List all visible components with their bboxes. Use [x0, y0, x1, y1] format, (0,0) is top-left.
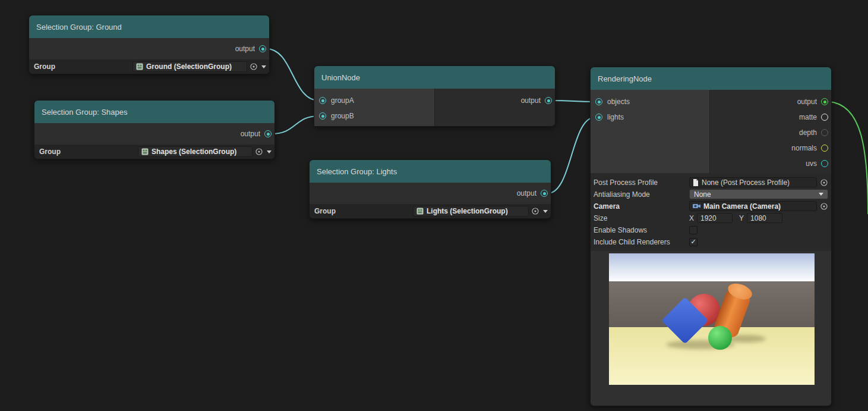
- camera-value: Main Camera (Camera): [703, 202, 781, 211]
- dropdown-caret-icon: [819, 193, 823, 196]
- antialiasing-mode-value: None: [694, 190, 711, 199]
- post-process-profile-field[interactable]: None (Post Process Profile): [689, 177, 817, 187]
- group-property-row: Group Ground (SelectionGroup): [29, 59, 269, 74]
- include-child-renderers-row: Include Child Renderers: [594, 236, 828, 247]
- node-title[interactable]: Selection Group: Lights: [310, 160, 551, 183]
- output-port-row: output: [29, 38, 269, 59]
- node-selection-group-lights[interactable]: Selection Group: Lights output Group Lig…: [309, 159, 551, 219]
- node-title[interactable]: UnionNode: [314, 66, 555, 89]
- output-port[interactable]: [541, 190, 548, 197]
- port-row-objects: objects: [591, 94, 709, 109]
- input-port-label: objects: [607, 98, 630, 106]
- group-value: Ground (SelectionGroup): [146, 62, 232, 71]
- group-label: Group: [314, 207, 411, 215]
- output-port-depth[interactable]: [821, 129, 828, 136]
- camera-icon: [693, 203, 700, 209]
- node-selection-group-ground[interactable]: Selection Group: Ground output Group Gro…: [29, 15, 270, 74]
- edge-union-to-rendering-objects[interactable]: [552, 101, 595, 102]
- post-process-profile-label: Post Process Profile: [594, 178, 689, 187]
- camera-row: Camera Main Camera (Camera): [594, 200, 828, 212]
- output-port-row: output: [34, 123, 274, 145]
- dropdown-caret-icon[interactable]: [261, 65, 266, 68]
- dropdown-caret-icon[interactable]: [267, 150, 272, 153]
- output-port-normals[interactable]: [821, 145, 828, 152]
- node-title[interactable]: RenderingNode: [591, 67, 831, 90]
- input-port-groupB[interactable]: [319, 112, 326, 120]
- object-picker-icon[interactable]: [250, 62, 258, 71]
- input-port-groupA[interactable]: [319, 97, 326, 104]
- object-picker-icon[interactable]: [820, 202, 828, 211]
- size-row: Size X Y: [594, 212, 828, 224]
- camera-label: Camera: [594, 202, 689, 211]
- antialiasing-mode-dropdown[interactable]: None: [689, 189, 828, 199]
- size-label: Size: [594, 214, 689, 222]
- port-row-groupB: groupB: [314, 108, 434, 124]
- output-port[interactable]: [264, 130, 272, 137]
- input-port-objects[interactable]: [595, 98, 602, 105]
- camera-object-field[interactable]: Main Camera (Camera): [689, 201, 817, 211]
- node-title[interactable]: Selection Group: Shapes: [34, 101, 274, 123]
- camera-preview-panel: [591, 251, 831, 406]
- selection-group-icon: [416, 208, 424, 215]
- edge-shapes-to-union-groupB[interactable]: [272, 116, 319, 134]
- port-row-depth: depth: [710, 125, 831, 140]
- output-port-container: output matte depth normals uvs: [710, 90, 831, 173]
- edge-lights-to-rendering-lights[interactable]: [548, 117, 595, 193]
- object-picker-icon[interactable]: [820, 178, 828, 187]
- group-object-field[interactable]: Lights (SelectionGroup): [413, 206, 529, 217]
- preview-green-sphere: [708, 326, 732, 350]
- node-title[interactable]: Selection Group: Ground: [29, 15, 269, 38]
- enable-shadows-checkbox[interactable]: [689, 226, 697, 234]
- node-unionnode[interactable]: UnionNode groupA groupB output: [314, 65, 555, 127]
- output-port-label: output: [521, 96, 541, 105]
- output-port-label: output: [235, 45, 255, 53]
- output-port[interactable]: [545, 97, 552, 104]
- input-port-lights[interactable]: [595, 114, 602, 121]
- group-label: Group: [39, 148, 135, 156]
- node-selection-group-shapes[interactable]: Selection Group: Shapes output Group Sha…: [34, 100, 275, 159]
- post-process-profile-value: None (Post Process Profile): [702, 178, 790, 187]
- preview-sky: [609, 253, 815, 281]
- input-port-container: objects lights: [591, 90, 710, 173]
- group-object-field[interactable]: Shapes (SelectionGroup): [138, 146, 252, 157]
- size-y-label: Y: [739, 214, 744, 222]
- group-property-row: Group Shapes (SelectionGroup): [34, 145, 274, 159]
- size-x-input[interactable]: [697, 213, 733, 223]
- group-object-field[interactable]: Ground (SelectionGroup): [132, 61, 247, 72]
- edge-ground-to-union-groupA[interactable]: [266, 49, 319, 101]
- include-child-renderers-checkbox[interactable]: [689, 238, 697, 246]
- enable-shadows-label: Enable Shadows: [594, 226, 689, 234]
- size-y-input[interactable]: [747, 213, 782, 223]
- post-process-profile-row: Post Process Profile None (Post Process …: [594, 177, 828, 188]
- graph-canvas[interactable]: Selection Group: Ground output Group Gro…: [0, 0, 868, 411]
- input-port-label: groupB: [331, 112, 354, 120]
- port-row-output: output: [435, 93, 555, 108]
- node-renderingnode[interactable]: RenderingNode objects lights output m: [590, 67, 832, 406]
- profile-file-icon: [693, 179, 699, 186]
- output-port[interactable]: [259, 45, 266, 52]
- edge-rendering-output[interactable]: [828, 102, 868, 214]
- camera-preview-image: [609, 253, 815, 385]
- output-port-label: uvs: [806, 159, 817, 168]
- output-port-label: output: [517, 189, 536, 197]
- output-port-label: depth: [799, 128, 817, 137]
- selection-group-icon: [141, 148, 149, 155]
- input-port-label: lights: [607, 113, 624, 121]
- input-port-label: groupA: [331, 96, 354, 105]
- node-properties: Post Process Profile None (Post Process …: [591, 173, 831, 251]
- object-picker-icon[interactable]: [531, 207, 539, 215]
- output-port-output[interactable]: [821, 98, 828, 105]
- output-port-uvs[interactable]: [821, 160, 828, 167]
- port-row-output: output: [710, 94, 831, 109]
- antialiasing-mode-row: Antialiasing Mode None: [594, 189, 828, 200]
- object-picker-icon[interactable]: [255, 148, 263, 156]
- output-port-label: output: [241, 130, 260, 138]
- group-label: Group: [34, 62, 130, 71]
- dropdown-caret-icon[interactable]: [543, 210, 548, 213]
- port-row-uvs: uvs: [710, 156, 831, 171]
- output-port-container: output: [435, 89, 555, 126]
- port-row-groupA: groupA: [314, 93, 434, 108]
- output-port-row: output: [310, 183, 551, 204]
- output-port-matte[interactable]: [821, 114, 828, 121]
- port-row-lights: lights: [591, 109, 709, 125]
